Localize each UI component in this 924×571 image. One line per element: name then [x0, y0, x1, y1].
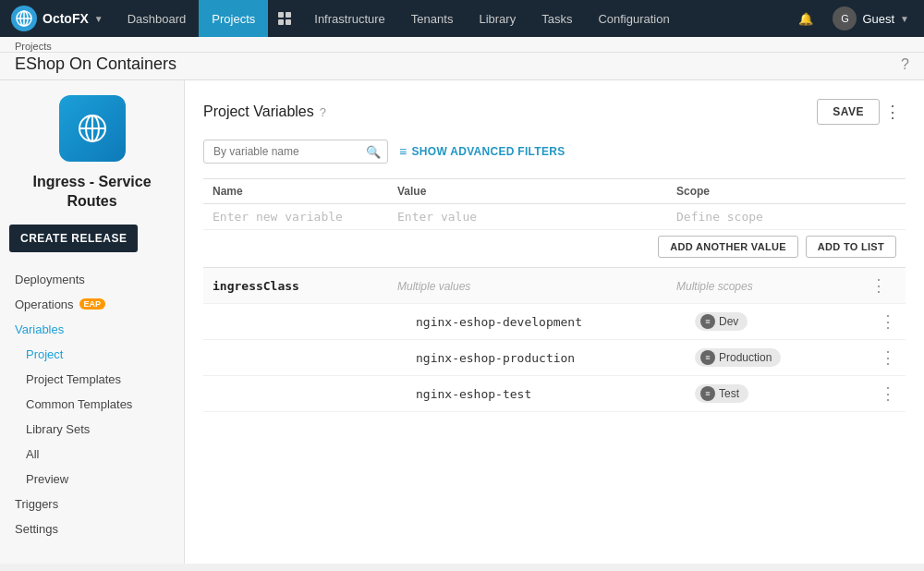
nav-item-dashboard[interactable]: Dashboard [115, 0, 200, 37]
sidebar-item-triggers[interactable]: Triggers [0, 492, 184, 516]
logo-label: OctoFX [43, 11, 89, 26]
sidebar-item-library-sets[interactable]: Library Sets [0, 417, 184, 442]
user-chevron-icon: ▼ [900, 14, 909, 24]
nav-right: 🔔 G Guest ▼ [792, 5, 924, 32]
col-header-value: Value [388, 179, 667, 204]
nav-item-tasks[interactable]: Tasks [529, 0, 585, 37]
sidebar-item-variables[interactable]: Variables [0, 317, 184, 342]
table-row: ingressClass Multiple values Multiple sc… [203, 268, 906, 304]
row-more-icon[interactable]: ⋮ [861, 275, 896, 296]
bell-icon[interactable]: 🔔 [792, 5, 820, 32]
new-scope-cell [667, 204, 852, 230]
sidebar-item-label: Project [26, 347, 63, 361]
add-another-value-button[interactable]: ADD ANOTHER VALUE [658, 236, 798, 258]
table-row: nginx-eshop-test ≡ Test ⋮ [203, 376, 906, 412]
sidebar-item-preview[interactable]: Preview [0, 467, 184, 492]
col-header-name: Name [203, 179, 388, 204]
sub-scope-cell: ≡ Production [667, 340, 852, 376]
sidebar-item-settings[interactable]: Settings [0, 516, 184, 541]
scope-badge-dev: ≡ Dev [695, 312, 748, 331]
search-wrapper: 🔍 [203, 140, 388, 164]
col-header-actions [852, 179, 906, 204]
new-scope-input[interactable] [676, 210, 843, 224]
main-layout: Ingress - Service Routes CREATE RELEASE … [0, 80, 924, 564]
section-help-icon[interactable]: ? [320, 105, 326, 119]
sidebar: Ingress - Service Routes CREATE RELEASE … [0, 80, 185, 564]
sidebar-item-label: Preview [26, 472, 68, 486]
action-cell: ADD ANOTHER VALUE ADD TO LIST [203, 230, 906, 268]
add-to-list-button[interactable]: ADD TO LIST [806, 236, 896, 258]
page-title: EShop On Containers [15, 55, 176, 74]
sidebar-item-label: Operations [15, 298, 74, 311]
sub-value-cell: nginx-eshop-development [388, 304, 667, 340]
sub-value: nginx-eshop-development [416, 315, 582, 329]
sub-scope-cell: ≡ Dev [667, 304, 852, 340]
page-title-row: EShop On Containers ? [0, 53, 924, 80]
sidebar-item-label: Common Templates [26, 397, 132, 411]
var-value-multi-cell: Multiple values [388, 268, 667, 304]
sub-value: nginx-eshop-test [416, 387, 531, 401]
multi-scopes-label: Multiple scopes [676, 280, 753, 293]
logo-icon [11, 6, 37, 31]
filter-icon: ≡ [399, 144, 407, 159]
advanced-filter-button[interactable]: ≡ SHOW ADVANCED FILTERS [399, 144, 565, 159]
nav-item-icon[interactable] [268, 0, 301, 37]
action-buttons: ADD ANOTHER VALUE ADD TO LIST [213, 236, 896, 258]
advanced-filter-label: SHOW ADVANCED FILTERS [411, 145, 565, 158]
new-name-input[interactable] [213, 210, 379, 224]
sub-value: nginx-eshop-production [416, 351, 575, 365]
row-more-icon[interactable]: ⋮ [880, 347, 896, 368]
user-menu[interactable]: G Guest ▼ [827, 6, 915, 30]
user-label: Guest [862, 12, 894, 26]
sidebar-item-project-templates[interactable]: Project Templates [0, 367, 184, 392]
more-options-icon[interactable]: ⋮ [880, 99, 906, 125]
search-input[interactable] [203, 140, 388, 164]
table-row: nginx-eshop-development ≡ Dev ⋮ [203, 304, 906, 340]
new-variable-row [203, 204, 906, 230]
create-release-button[interactable]: CREATE RELEASE [9, 225, 138, 252]
var-name-cell: ingressClass [203, 268, 388, 304]
sidebar-item-label: All [26, 447, 39, 461]
new-value-input[interactable] [397, 210, 658, 224]
section-title: Project Variables ? [203, 103, 326, 120]
nav-item-library[interactable]: Library [466, 0, 529, 37]
sidebar-item-label: Deployments [15, 273, 85, 286]
svg-rect-7 [286, 19, 291, 25]
nav-item-projects[interactable]: Projects [199, 0, 268, 37]
svg-rect-5 [286, 12, 291, 18]
sidebar-item-label: Project Templates [26, 372, 121, 386]
row-more-icon[interactable]: ⋮ [880, 383, 896, 404]
var-actions-cell: ⋮ [852, 268, 906, 304]
sidebar-item-project[interactable]: Project [0, 342, 184, 367]
logo[interactable]: OctoFX ▼ [0, 6, 115, 31]
breadcrumb-parent: Projects [15, 41, 52, 52]
var-scope-multi-cell: Multiple scopes [667, 268, 852, 304]
nav-item-infrastructure[interactable]: Infrastructure [301, 0, 398, 37]
svg-rect-6 [278, 19, 284, 25]
row-more-icon[interactable]: ⋮ [880, 311, 896, 332]
search-icon: 🔍 [366, 145, 381, 159]
scope-icon: ≡ [700, 350, 715, 365]
sub-actions-cell: ⋮ [852, 376, 906, 412]
nav-item-configuration[interactable]: Configuration [585, 0, 682, 37]
table-header-row: Name Value Scope [203, 179, 906, 204]
sub-actions-cell: ⋮ [852, 340, 906, 376]
sidebar-item-common-templates[interactable]: Common Templates [0, 392, 184, 417]
sidebar-item-deployments[interactable]: Deployments [0, 267, 184, 292]
sub-scope-cell: ≡ Test [667, 376, 852, 412]
new-actions-cell [852, 204, 906, 230]
save-button[interactable]: SAVE [817, 99, 880, 125]
svg-rect-4 [278, 12, 284, 18]
action-row: ADD ANOTHER VALUE ADD TO LIST [203, 230, 906, 268]
sidebar-item-all[interactable]: All [0, 442, 184, 467]
sidebar-item-label: Variables [15, 322, 64, 336]
var-name: ingressClass [213, 279, 299, 293]
nav-item-tenants[interactable]: Tenants [398, 0, 467, 37]
eap-badge: EAP [79, 298, 106, 310]
help-icon[interactable]: ? [901, 56, 909, 73]
sidebar-item-operations[interactable]: Operations EAP [0, 292, 184, 317]
multi-values-label: Multiple values [397, 280, 470, 293]
scope-label: Production [719, 351, 772, 364]
new-value-cell [388, 204, 667, 230]
scope-icon: ≡ [700, 314, 715, 329]
